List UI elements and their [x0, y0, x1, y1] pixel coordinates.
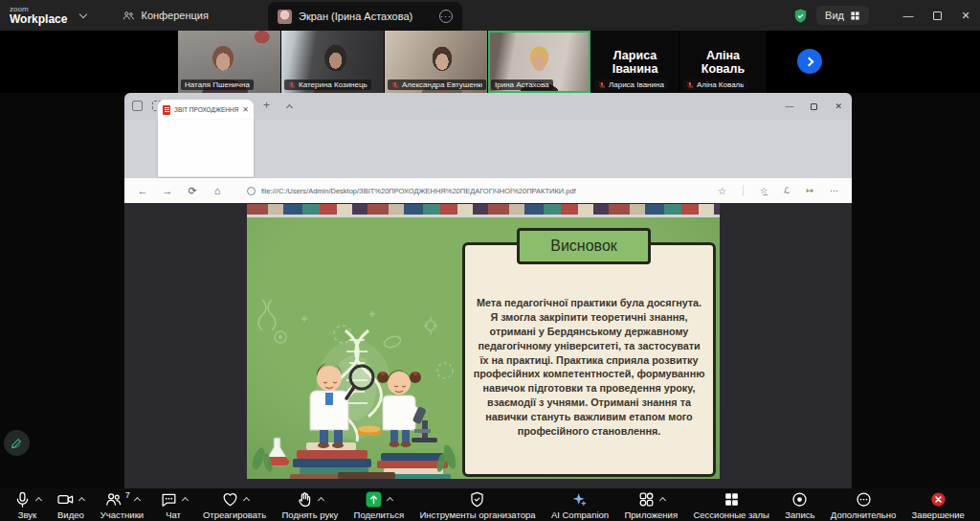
maximize-button[interactable]: [923, 0, 951, 31]
participant-name: Лариса Іванина: [591, 49, 679, 76]
video-strip: Наталя ПшеничнаКатерина КозинецьАлександ…: [0, 31, 980, 93]
toolbar-button-label: Дополнительно: [831, 510, 896, 520]
toolbar-end-meeting[interactable]: Завершение: [912, 490, 965, 520]
slide-title-box: Висновок: [517, 228, 651, 264]
pdf-viewer[interactable]: Висновок Мета педагогічної практики була…: [124, 203, 852, 488]
toolbar-breakout-rooms[interactable]: Сессионные залы: [693, 490, 769, 520]
browser-minimize-button[interactable]: —: [785, 102, 793, 111]
mic-muted-icon: [391, 81, 399, 89]
toolbar-camera[interactable]: Видео: [56, 490, 84, 520]
toolbar-host-tools-shield[interactable]: Инструменты организатора: [419, 490, 535, 520]
browser-tab-pdf[interactable]: ЗВІТ ПРОХОДЖЕННЯ Г ✕: [158, 100, 254, 120]
breakout-rooms-icon: [723, 490, 741, 509]
ai-companion-icon: [570, 490, 589, 509]
toolbar-button-label: Запись: [785, 510, 814, 520]
bookmark-star-icon[interactable]: ☆: [718, 186, 726, 196]
toolbar-button-label: Приложения: [624, 510, 678, 520]
minimize-button[interactable]: —: [894, 0, 923, 31]
previous-page-edge: [247, 204, 720, 215]
apps-icon: [637, 490, 656, 509]
toolbar-button-label: Видео: [57, 510, 84, 520]
toolbar-button-label: Поднять руку: [282, 510, 339, 520]
toolbar-participants[interactable]: 7Участники: [100, 490, 144, 520]
tab-close-icon[interactable]: ✕: [242, 105, 249, 114]
video-tile[interactable]: Ірина Астахова: [488, 31, 590, 93]
chevron-down-icon[interactable]: [79, 11, 87, 18]
zoom-workplace-logo: zoom Workplace: [10, 6, 67, 25]
pdf-file-icon: [163, 105, 170, 115]
toolbar-microphone[interactable]: Звук: [13, 490, 41, 520]
back-icon[interactable]: ←: [130, 185, 155, 196]
next-videos-button[interactable]: [797, 49, 822, 74]
video-tile[interactable]: Аліна КовальАліна Коваль: [679, 31, 767, 93]
participant-name-label: Наталя Пшенична: [181, 79, 254, 90]
tab-list-chevron-icon[interactable]: [286, 104, 293, 111]
chevron-right-icon: [804, 57, 813, 66]
workspaces-icon[interactable]: [132, 101, 143, 111]
tab-screen-share[interactable]: Экран (Ірина Астахова) ···: [268, 2, 462, 31]
forward-icon[interactable]: →: [155, 185, 180, 196]
toolbar-more[interactable]: Дополнительно: [831, 490, 896, 520]
chevron-up-icon[interactable]: [318, 497, 324, 504]
zoom-meeting-window: zoom Workplace Конференция Экран (Ірина …: [0, 0, 980, 521]
mic-muted-icon: [598, 81, 606, 89]
video-tile[interactable]: Наталя Пшенична: [178, 31, 280, 93]
video-tile[interactable]: Александра Евтушенко: [385, 31, 487, 93]
participants-count-badge: 7: [125, 490, 130, 500]
science-kids-illustration: [247, 217, 462, 479]
mic-muted-icon: [686, 81, 694, 89]
tab-meeting[interactable]: Конференция: [122, 10, 208, 22]
avatar: [278, 10, 292, 24]
security-shield-icon[interactable]: [792, 8, 809, 24]
browser-maximize-button[interactable]: [811, 103, 817, 110]
toolbar-button-label: Сессионные залы: [693, 510, 769, 520]
chevron-up-icon[interactable]: [181, 497, 188, 504]
toolbar-record[interactable]: Запись: [785, 490, 814, 520]
toolbar-button-label: Звук: [18, 510, 36, 520]
chat-icon: [160, 490, 178, 509]
share-page-icon[interactable]: ↦: [806, 186, 813, 195]
heart-icon: [221, 490, 239, 509]
video-tile[interactable]: Лариса ІванинаЛариса Іванина: [591, 31, 679, 93]
toolbar-button-label: AI Companion: [551, 510, 609, 520]
home-icon[interactable]: ⌂: [205, 185, 230, 196]
new-tab-button[interactable]: +: [263, 99, 270, 112]
meeting-people-icon: [122, 10, 135, 22]
chevron-up-icon[interactable]: [35, 497, 42, 504]
favorites-bar-icon[interactable]: ☆̲: [760, 186, 768, 195]
share-screen-icon: [365, 490, 383, 509]
browser-menu-icon[interactable]: ⋯: [830, 186, 838, 195]
mic-muted-icon: [288, 81, 296, 89]
chevron-up-icon[interactable]: [387, 497, 393, 504]
annotation-button[interactable]: [4, 430, 30, 456]
refresh-icon[interactable]: ⟳: [180, 185, 205, 197]
toolbar-button-label: Отреагировать: [203, 510, 266, 520]
chevron-up-icon[interactable]: [242, 497, 249, 504]
toolbar-heart[interactable]: Отреагировать: [203, 490, 266, 520]
participant-name-label: Аліна Коваль: [682, 79, 747, 90]
participants-icon: [104, 490, 122, 509]
toolbar-chat[interactable]: Чат: [160, 490, 188, 520]
participant-name-label: Катерина Козинець: [284, 79, 371, 90]
chevron-up-icon[interactable]: [78, 497, 85, 504]
browser-essentials-icon[interactable]: ℒ: [784, 186, 790, 195]
toolbar-share-screen[interactable]: Поделиться: [354, 490, 404, 520]
toolbar-button-label: Участники: [100, 510, 144, 520]
url-field[interactable]: file:///C:/Users/Admin/Desktop/ЗВІТ%20ПР…: [247, 187, 710, 195]
chevron-up-icon[interactable]: [134, 497, 141, 504]
tab-options-icon[interactable]: ···: [439, 10, 453, 23]
chevron-up-icon[interactable]: [659, 497, 666, 504]
toolbar-ai-companion[interactable]: AI Companion: [551, 490, 609, 520]
participant-name-label: Лариса Іванина: [594, 79, 668, 90]
video-tile[interactable]: Катерина Козинець: [281, 31, 384, 93]
browser-close-button[interactable]: ✕: [835, 102, 842, 111]
page-info-icon[interactable]: [247, 187, 256, 195]
toolbar-raise-hand[interactable]: Поднять руку: [282, 490, 339, 520]
close-button[interactable]: ✕: [951, 0, 980, 31]
toolbar-button-label: Завершение: [912, 510, 965, 520]
tab-hover-card: [158, 120, 254, 177]
participant-name: Аліна Коваль: [679, 49, 767, 76]
shared-screen: ЗВІТ ПРОХОДЖЕННЯ Г ✕ + — ✕ ← → ⟳ ⌂: [0, 93, 980, 488]
toolbar-apps[interactable]: Приложения: [624, 490, 678, 520]
view-button[interactable]: Вид: [816, 6, 869, 25]
